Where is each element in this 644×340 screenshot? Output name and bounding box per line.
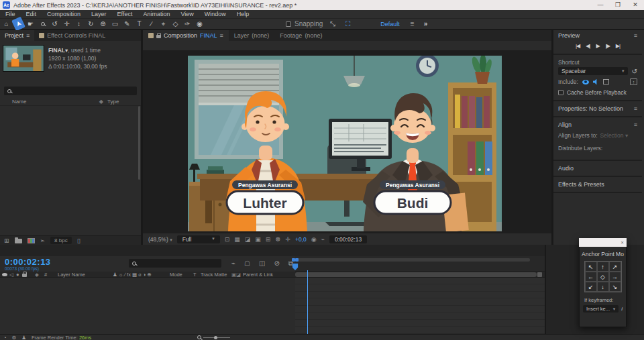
panel-menu-icon[interactable]: ≡ (634, 121, 637, 128)
hand-tool[interactable]: ☛ (25, 19, 36, 29)
timeline-search-input[interactable] (129, 259, 221, 268)
anchor-top-left-button[interactable]: ↖ (585, 262, 597, 272)
timeline-horizontal-scrollbar[interactable] (295, 272, 537, 277)
pan-camera-tool[interactable]: ✛ (61, 19, 72, 29)
panel-menu-icon[interactable]: ≡ (26, 32, 30, 39)
cache-before-playback-checkbox[interactable] (558, 90, 564, 95)
rectangle-tool[interactable]: ▭ (109, 19, 121, 29)
color-depth-button[interactable]: 8 bpc (50, 237, 72, 244)
zoom-tool[interactable] (37, 19, 48, 29)
home-tool[interactable]: ⌂ (1, 19, 12, 29)
previous-frame-button[interactable]: ◀| (586, 43, 590, 49)
data-flow-icon[interactable]: ◔ (3, 335, 7, 340)
rulers-icon[interactable]: ⊞ (266, 236, 271, 243)
anchor-bottom-right-button[interactable]: ↘ (609, 282, 621, 292)
mask-visibility-icon[interactable]: ◪ (245, 236, 251, 243)
tab-footage[interactable]: Footage (none) (274, 30, 327, 41)
snap-options-icon[interactable]: ⤡ (327, 19, 338, 29)
parent-link-column[interactable]: Parent & Link (243, 272, 273, 278)
menu-animation[interactable]: Animation (138, 11, 175, 17)
timeline-timecode[interactable]: 0:00:02:13 (5, 257, 51, 267)
layer-name-column[interactable]: Layer Name (58, 272, 85, 278)
snapping-checkbox[interactable] (286, 21, 291, 27)
roto-brush-tool[interactable]: ✑ (182, 19, 193, 29)
menu-window[interactable]: Window (199, 11, 231, 17)
anchor-point-tool[interactable]: ⊕ (97, 19, 109, 29)
reset-icon[interactable]: ↺ (632, 68, 637, 75)
panel-menu-icon[interactable]: ≡ (634, 32, 637, 39)
menu-help[interactable]: Help (231, 11, 255, 17)
time-navigator-track[interactable] (295, 258, 530, 262)
transparency-grid-icon[interactable]: ▦ (234, 236, 240, 243)
menu-edit[interactable]: Edit (21, 11, 42, 17)
play-button[interactable]: ▶ (596, 43, 599, 49)
preserve-transparency-column[interactable]: T (193, 272, 197, 278)
show-snapshot-icon[interactable]: ⌁ (321, 236, 325, 243)
selection-tool[interactable]: ➤ (11, 17, 25, 32)
pencil-tool[interactable]: ∕ (146, 19, 157, 29)
project-flowchart-icon[interactable]: ➣ (40, 237, 46, 244)
anchor-right-button[interactable]: → (609, 272, 621, 282)
new-folder-icon[interactable] (15, 239, 22, 243)
puppet-pin-tool[interactable]: ◉ (194, 19, 205, 29)
motion-blur-icon[interactable]: ⊘ (274, 260, 279, 268)
minimize-button[interactable]: — (592, 0, 609, 10)
number-column[interactable]: # (44, 272, 47, 278)
new-composition-icon[interactable] (28, 238, 35, 243)
timeline-graph-area[interactable] (295, 278, 545, 334)
guides-icon[interactable]: ▣ (255, 236, 261, 243)
orbit-camera-tool[interactable]: ↺ (49, 19, 60, 29)
column-type[interactable]: Type (107, 99, 138, 105)
include-audio-icon[interactable] (593, 79, 599, 85)
render-settings-icon[interactable]: ⚙ (12, 335, 17, 340)
project-search-input[interactable] (4, 87, 137, 95)
anchor-panel-titlebar[interactable]: × (579, 238, 627, 247)
label-column-icon[interactable]: ◆ (99, 99, 103, 105)
exposure-reset-icon[interactable]: ✛ (285, 236, 290, 243)
close-icon[interactable]: × (621, 239, 624, 245)
share-icon[interactable]: ↑ (630, 78, 637, 85)
viewer-canvas[interactable]: Pengawas Asuransi Luhter Pengawas Asuran… (143, 51, 551, 233)
project-scrollbar[interactable] (138, 106, 140, 180)
panel-menu-icon[interactable]: ≡ (220, 32, 223, 39)
interpret-footage-icon[interactable]: ⊞ (4, 237, 9, 244)
menu-effect[interactable]: Effect (112, 11, 138, 17)
type-tool[interactable]: T (133, 19, 145, 29)
delete-icon[interactable]: ▯ (77, 237, 80, 244)
composition-mini-flowchart-icon[interactable]: ⌁ (231, 260, 235, 268)
lock-icon[interactable] (156, 35, 161, 38)
exposure-value[interactable]: +0,0 (295, 236, 307, 243)
menu-composition[interactable]: Composition (42, 11, 86, 17)
frame-blending-icon[interactable]: ◫ (259, 260, 265, 268)
time-ruler[interactable] (295, 256, 545, 272)
anchor-left-button[interactable]: ← (585, 272, 597, 282)
shortcut-dropdown[interactable]: Spacebar▾ (558, 67, 628, 75)
magnification-dropdown[interactable]: (48,5%) ▾ (148, 236, 172, 243)
track-matte-column[interactable]: Track Matte (201, 272, 227, 278)
resolution-dropdown[interactable]: Full▾ (177, 235, 220, 243)
workspace-overflow-icon[interactable]: » (424, 20, 428, 27)
close-button[interactable]: ✕ (627, 0, 644, 10)
snapshot-camera-icon[interactable]: ◉ (311, 236, 317, 243)
anchor-center-button[interactable]: ◇ (597, 272, 609, 282)
grid-options-icon[interactable]: ⛶ (342, 19, 354, 29)
menu-view[interactable]: View (175, 11, 199, 17)
panel-menu-icon[interactable]: ≡ (634, 105, 637, 112)
go-to-end-button[interactable]: ▶| (616, 43, 620, 49)
anchor-top-button[interactable]: ↑ (597, 262, 609, 272)
pen-tool[interactable]: ✎ (121, 19, 133, 29)
anchor-bottom-left-button[interactable]: ↙ (585, 282, 597, 292)
shy-toggle-icon[interactable]: ♟ (21, 335, 26, 340)
color-management-icon[interactable]: ☸ (275, 236, 280, 243)
draft-3d-icon[interactable]: ☖ (244, 260, 250, 268)
menu-layer[interactable]: Layer (86, 11, 112, 17)
keyframe-action-dropdown[interactable]: Insert ke...▾ (583, 305, 619, 313)
maximize-button[interactable]: ❐ (609, 0, 627, 10)
rotation-tool[interactable]: ↻ (85, 19, 97, 29)
info-button[interactable]: i (621, 306, 623, 312)
workspace-menu-icon[interactable]: ≡ (411, 20, 415, 27)
timeline-zoom-slider[interactable] (197, 335, 230, 339)
viewer-timecode[interactable]: 0:00:02:13 (329, 235, 367, 243)
next-frame-button[interactable]: |▶ (606, 43, 610, 49)
menu-file[interactable]: File (0, 11, 21, 17)
